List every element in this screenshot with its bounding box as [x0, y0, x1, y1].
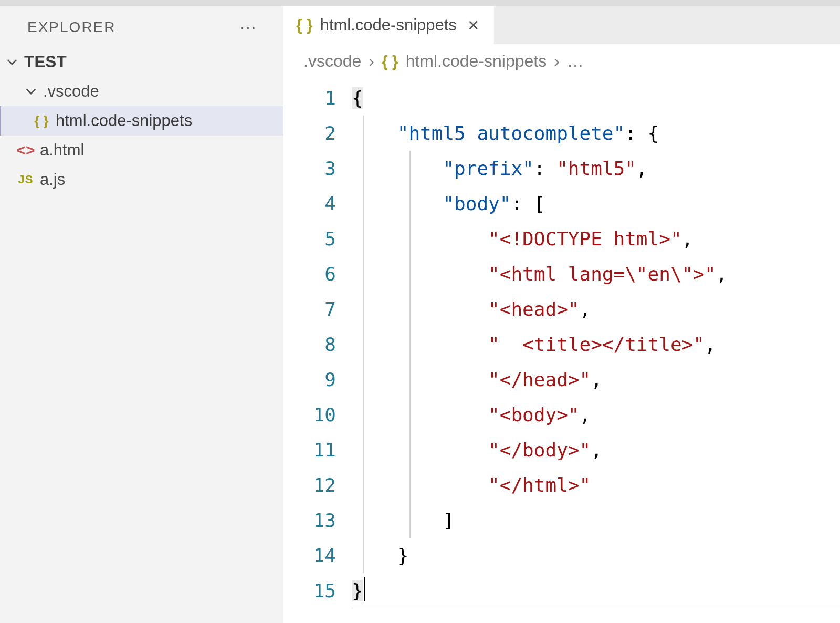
tab-bar: { } html.code-snippets ✕	[284, 6, 840, 44]
json-file-icon: { }	[32, 113, 51, 129]
json-file-icon: { }	[296, 16, 313, 34]
tab-label: html.code-snippets	[320, 16, 457, 35]
line-number: 8	[284, 327, 336, 362]
file-tree: TEST .vscode { } html.code-snippets <> a…	[0, 47, 284, 194]
code-line[interactable]: "prefix": "html5",	[352, 151, 840, 186]
line-number: 11	[284, 432, 336, 468]
tree-file-a-js[interactable]: JS a.js	[0, 165, 284, 194]
line-number: 3	[284, 151, 336, 186]
code-line[interactable]: "<head>",	[352, 292, 840, 327]
titlebar	[0, 0, 840, 6]
close-icon[interactable]: ✕	[464, 17, 479, 34]
code-editor[interactable]: 123456789101112131415 { "html5 autocompl…	[284, 78, 840, 623]
line-number: 2	[284, 116, 336, 151]
code-line[interactable]: "</body>",	[352, 432, 840, 468]
breadcrumbs[interactable]: .vscode › { } html.code-snippets › …	[284, 44, 840, 78]
breadcrumb-segment[interactable]: .vscode	[303, 51, 361, 71]
line-number: 13	[284, 503, 336, 538]
code-line[interactable]: "<body>",	[352, 397, 840, 432]
chevron-down-icon	[6, 56, 20, 68]
code-line[interactable]: "</head>",	[352, 362, 840, 397]
json-file-icon: { }	[382, 53, 398, 70]
tree-file-a-html[interactable]: <> a.html	[0, 136, 284, 165]
line-number: 14	[284, 538, 336, 573]
code-content[interactable]: { "html5 autocomplete": { "prefix": "htm…	[352, 78, 840, 623]
app-root: EXPLORER ··· TEST .vscode { }	[0, 0, 840, 623]
line-number: 4	[284, 186, 336, 221]
code-line[interactable]: ]	[352, 503, 840, 538]
code-line[interactable]: {	[352, 80, 840, 116]
js-file-icon: JS	[16, 173, 36, 186]
code-line[interactable]: "html5 autocomplete": {	[352, 116, 840, 151]
chevron-right-icon: ›	[554, 51, 560, 71]
tree-file-snippets[interactable]: { } html.code-snippets	[0, 106, 284, 136]
breadcrumb-segment[interactable]: html.code-snippets	[406, 51, 547, 71]
line-number-gutter: 123456789101112131415	[284, 78, 352, 623]
line-number: 7	[284, 292, 336, 327]
html-file-icon: <>	[16, 141, 36, 159]
chevron-right-icon: ›	[369, 51, 374, 71]
code-line[interactable]: "<!DOCTYPE html>",	[352, 221, 840, 256]
explorer-header: EXPLORER ···	[0, 6, 284, 47]
chevron-down-icon	[25, 86, 39, 97]
code-line[interactable]: "<html lang=\"en\">",	[352, 256, 840, 292]
tab-html-snippets[interactable]: { } html.code-snippets ✕	[284, 6, 494, 44]
line-number: 5	[284, 221, 336, 256]
line-number: 6	[284, 256, 336, 292]
tree-item-label: html.code-snippets	[56, 111, 192, 130]
tree-root[interactable]: TEST	[0, 47, 284, 77]
tree-item-label: .vscode	[43, 82, 99, 101]
explorer-actions-button[interactable]: ···	[240, 19, 268, 36]
code-line[interactable]: }	[352, 538, 840, 573]
workbench: EXPLORER ··· TEST .vscode { }	[0, 6, 840, 623]
line-number: 10	[284, 397, 336, 432]
code-line[interactable]: }	[352, 573, 840, 608]
code-line[interactable]: "body": [	[352, 186, 840, 221]
code-line[interactable]: "</html>"	[352, 468, 840, 503]
tree-folder-vscode[interactable]: .vscode	[0, 77, 284, 106]
breadcrumb-overflow[interactable]: …	[567, 51, 584, 71]
tree-item-label: a.js	[40, 170, 65, 189]
code-line[interactable]: " <title></title>",	[352, 327, 840, 362]
explorer-sidebar: EXPLORER ··· TEST .vscode { }	[0, 6, 284, 623]
tree-root-label: TEST	[24, 53, 67, 71]
tree-item-label: a.html	[40, 141, 84, 160]
explorer-title: EXPLORER	[27, 19, 116, 36]
editor-group: { } html.code-snippets ✕ .vscode › { } h…	[284, 6, 840, 623]
line-number: 12	[284, 468, 336, 503]
line-number: 9	[284, 362, 336, 397]
line-number: 1	[284, 80, 336, 116]
text-cursor	[364, 577, 365, 601]
line-number: 15	[284, 573, 336, 608]
